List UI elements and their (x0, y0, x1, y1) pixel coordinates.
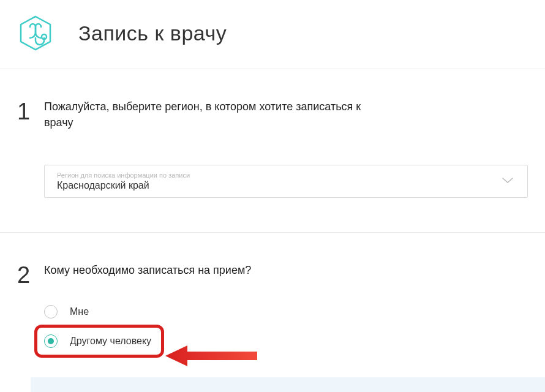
step-1-region: 1 Пожалуйста, выберите регион, в котором… (0, 69, 545, 233)
step-number-1: 1 (17, 100, 30, 123)
content-placeholder-strip (31, 377, 545, 392)
region-select[interactable]: Регион для поиска информации по записи К… (44, 165, 528, 198)
page-title: Запись к врачу (78, 21, 227, 45)
patient-radio-group: Мне Другому человеку (44, 305, 528, 348)
svg-point-1 (42, 34, 47, 39)
radio-icon-selected (44, 334, 58, 348)
page-header: Запись к врачу (0, 0, 545, 69)
step-2-title: Кому необходимо записаться на прием? (44, 262, 387, 278)
radio-label: Другому человеку (70, 336, 151, 347)
stethoscope-icon (17, 15, 54, 51)
radio-icon (44, 305, 58, 318)
step-1-title: Пожалуйста, выберите регион, в котором х… (44, 99, 387, 130)
chevron-down-icon (502, 176, 514, 187)
step-2-patient: 2 Кому необходимо записаться на прием? М… (0, 233, 545, 383)
radio-label: Мне (70, 306, 89, 317)
region-select-label: Регион для поиска информации по записи (57, 172, 499, 179)
radio-option-other[interactable]: Другому человеку (44, 334, 528, 348)
region-select-value: Краснодарский край (57, 180, 149, 190)
step-number-2: 2 (17, 263, 30, 287)
radio-option-self[interactable]: Мне (44, 305, 528, 318)
